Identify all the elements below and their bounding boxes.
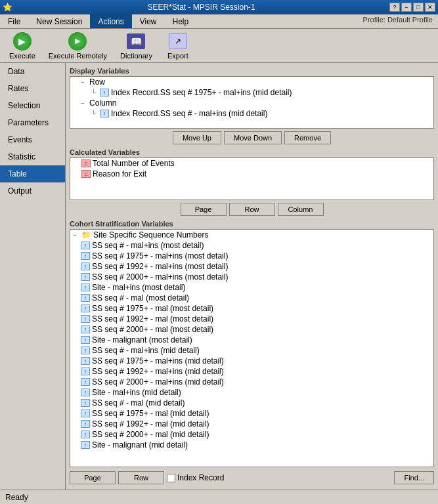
menu-bar: File New Session Actions View Help Profi…	[0, 14, 438, 29]
display-variables-tree[interactable]: − Row └ f Index Record.SS seq # 1975+ - …	[70, 76, 434, 129]
tree-column-item[interactable]: − Column	[70, 98, 433, 108]
cohort-item-11: SS seq # 1975+ - mal+ins (mid detail)	[92, 356, 224, 366]
menu-file[interactable]: File	[0, 14, 28, 28]
dictionary-button[interactable]: 📖 Dictionary	[116, 31, 156, 61]
column-label: Column	[89, 98, 116, 108]
close-button[interactable]: ✕	[425, 3, 435, 12]
index-record-checkbox-label[interactable]: Index Record	[167, 473, 224, 482]
field-icon: f	[100, 89, 109, 96]
reason-exit-label: Reason for Exit	[93, 169, 146, 178]
status-bar: Ready	[0, 490, 438, 504]
tree-row-child[interactable]: └ f Index Record.SS seq # 1975+ - mal+in…	[70, 87, 433, 98]
cohort-row-19[interactable]: f Site - malignant (mid detail)	[70, 440, 433, 450]
spacer-2	[73, 171, 79, 178]
field-icon-c6: f	[81, 304, 90, 312]
cohort-row-18[interactable]: f SS seq # 2000+ - mal (mid detail)	[70, 429, 433, 440]
row-button-calc[interactable]: Row	[229, 203, 275, 216]
cohort-row-15[interactable]: f SS seq # - mal (mid detail)	[70, 398, 433, 408]
sidebar-item-data[interactable]: Data	[0, 63, 65, 80]
sidebar-item-events[interactable]: Events	[0, 131, 65, 148]
cohort-row-14[interactable]: f Site - mal+ins (mid detail)	[70, 387, 433, 398]
index-record-checkbox[interactable]	[167, 474, 175, 482]
dictionary-label: Dictionary	[120, 52, 152, 60]
total-events-label: Total Number of Events	[93, 159, 175, 168]
calculated-variables-tree[interactable]: C Total Number of Events C Reason for Ex…	[70, 158, 434, 200]
tree-row-item[interactable]: − Row	[70, 77, 433, 87]
cohort-row-17[interactable]: f SS seq # 1992+ - mal (mid detail)	[70, 419, 433, 429]
sidebar-item-table[interactable]: Table	[0, 165, 65, 182]
cohort-item-7: SS seq # 1992+ - mal (most detail)	[92, 314, 213, 324]
menu-help[interactable]: Help	[165, 14, 197, 28]
field-icon-c14: f	[81, 388, 90, 396]
sidebar-item-output[interactable]: Output	[0, 182, 65, 200]
cohort-row-8[interactable]: f SS seq # 2000+ - mal (most detail)	[70, 324, 433, 335]
cohort-row-11[interactable]: f SS seq # 1975+ - mal+ins (mid detail)	[70, 356, 433, 366]
cohort-row-16[interactable]: f SS seq # 1975+ - mal (mid detail)	[70, 408, 433, 419]
cohort-tree[interactable]: − 📁 Site Specific Sequence Numbers f SS …	[70, 229, 434, 467]
cohort-item-4: Site - mal+ins (most detail)	[92, 283, 185, 292]
row-label: Row	[89, 77, 105, 87]
cohort-row-4[interactable]: f Site - mal+ins (most detail)	[70, 282, 433, 293]
cohort-row-9[interactable]: f Site - malignant (most detail)	[70, 335, 433, 345]
cohort-row-3[interactable]: f SS seq # 2000+ - mal+ins (most detail)	[70, 272, 433, 282]
help-button[interactable]: ?	[389, 3, 400, 12]
expand-icon-4: └	[91, 110, 98, 117]
move-up-button[interactable]: Move Up	[173, 131, 221, 144]
cohort-row-0[interactable]: f SS seq # - mal+ins (most detail)	[70, 240, 433, 251]
title-bar: ⭐ SEER*Stat - MPSIR Session-1 ? − □ ✕	[0, 0, 438, 14]
sidebar-item-rates[interactable]: Rates	[0, 80, 65, 97]
page-button-cohort[interactable]: Page	[70, 471, 116, 484]
execute-button[interactable]: ▶ Execute	[5, 31, 39, 61]
cohort-item-16: SS seq # 1975+ - mal (mid detail)	[92, 409, 209, 418]
sidebar-item-parameters[interactable]: Parameters	[0, 114, 65, 131]
row-button-cohort[interactable]: Row	[118, 471, 164, 484]
execute-remotely-label: Execute Remotely	[49, 52, 107, 60]
field-icon-c15: f	[81, 399, 90, 407]
menu-actions[interactable]: Actions	[90, 14, 131, 28]
tree-column-child[interactable]: └ f Index Record.SS seq # - mal+ins (mid…	[70, 108, 433, 119]
execute-remotely-button[interactable]: ▶ Execute Remotely	[45, 31, 111, 61]
cohort-item-9: Site - malignant (most detail)	[92, 335, 192, 345]
column-button-calc[interactable]: Column	[278, 203, 324, 216]
field-icon-c13: f	[81, 378, 90, 386]
sidebar-item-statistic[interactable]: Statistic	[0, 148, 65, 165]
cohort-item-12: SS seq # 1992+ - mal+ins (mid detail)	[92, 367, 224, 376]
cohort-row-10[interactable]: f SS seq # - mal+ins (mid detail)	[70, 345, 433, 356]
cohort-item-2: SS seq # 1992+ - mal+ins (most detail)	[92, 262, 228, 271]
cohort-item-0: SS seq # - mal+ins (most detail)	[92, 241, 204, 250]
cohort-row-5[interactable]: f SS seq # - mal (most detail)	[70, 293, 433, 303]
cohort-row-7[interactable]: f SS seq # 1992+ - mal (most detail)	[70, 314, 433, 324]
sidebar-item-selection[interactable]: Selection	[0, 97, 65, 114]
calc-total-events[interactable]: C Total Number of Events	[70, 158, 433, 169]
remove-button[interactable]: Remove	[284, 131, 331, 144]
menu-new-session[interactable]: New Session	[28, 14, 90, 28]
field-icon-c8: f	[81, 326, 90, 333]
field-icon-c17: f	[81, 420, 90, 428]
maximize-button[interactable]: □	[413, 3, 424, 12]
cohort-row-13[interactable]: f SS seq # 2000+ - mal+ins (mid detail)	[70, 377, 433, 387]
cohort-item-19: Site - malignant (mid detail)	[92, 440, 188, 450]
move-down-button[interactable]: Move Down	[224, 131, 282, 144]
cohort-row-12[interactable]: f SS seq # 1992+ - mal+ins (mid detail)	[70, 366, 433, 377]
field-icon-c19: f	[81, 441, 90, 449]
cohort-row-6[interactable]: f SS seq # 1975+ - mal (most detail)	[70, 303, 433, 314]
cohort-row-1[interactable]: f SS seq # 1975+ - mal+ins (most detail)	[70, 251, 433, 261]
menu-view[interactable]: View	[132, 14, 165, 28]
cohort-item-8: SS seq # 2000+ - mal (most detail)	[92, 325, 213, 334]
display-variables-label: Display Variables	[70, 67, 434, 75]
calc-buttons: Page Row Column	[70, 203, 434, 216]
minimize-button[interactable]: −	[401, 3, 412, 12]
page-button-calc[interactable]: Page	[181, 203, 227, 216]
field-icon-c0: f	[81, 242, 90, 249]
title-controls: ? − □ ✕	[389, 3, 435, 12]
cohort-item-18: SS seq # 2000+ - mal (mid detail)	[92, 430, 209, 439]
cohort-item-13: SS seq # 2000+ - mal+ins (mid detail)	[92, 377, 224, 387]
find-button[interactable]: Find...	[394, 471, 434, 484]
cohort-item-3: SS seq # 2000+ - mal+ins (most detail)	[92, 272, 228, 282]
export-button[interactable]: ↗ Export	[162, 31, 194, 61]
cohort-folder[interactable]: − 📁 Site Specific Sequence Numbers	[70, 230, 433, 240]
cohort-row-2[interactable]: f SS seq # 1992+ - mal+ins (most detail)	[70, 261, 433, 272]
calc-reason-exit[interactable]: C Reason for Exit	[70, 169, 433, 179]
cohort-item-17: SS seq # 1992+ - mal (mid detail)	[92, 419, 209, 429]
field-icon-c12: f	[81, 368, 90, 375]
